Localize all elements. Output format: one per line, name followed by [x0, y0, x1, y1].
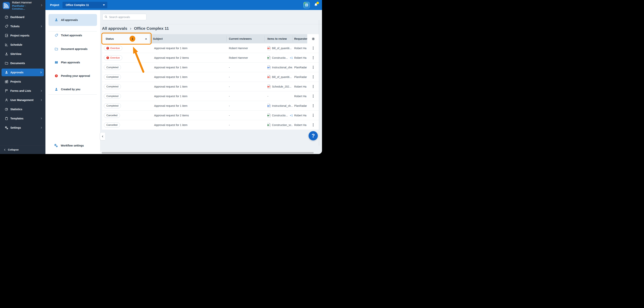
project-selector[interactable]: Office Complex 11	[62, 2, 107, 8]
item-file-name[interactable]: Instructional_sh...	[272, 104, 293, 107]
cell-subject: Approval request for 2 items	[150, 53, 226, 62]
cell-items-to-review: PDFSchedule_202...	[264, 82, 293, 91]
approvals-nav-all-approvals[interactable]: All approvals	[48, 14, 97, 26]
sidebar-item-project-reports[interactable]: Project reports	[0, 31, 46, 40]
table-row[interactable]: !OverdueApproval request for 2 itemsRobe…	[102, 53, 319, 63]
sidebar-item-siteview[interactable]: SiteView	[0, 49, 46, 59]
breadcrumb-all-approvals[interactable]: All approvals	[102, 26, 127, 31]
cell-requester: PlanRadar	[293, 101, 307, 110]
item-file-name[interactable]: Bill_of_quantiti...	[272, 47, 292, 50]
cell-current-reviewers: -	[226, 111, 264, 120]
cell-status: Completed	[102, 72, 150, 82]
approvals-nav-created-by-you[interactable]: Created by you	[48, 84, 97, 94]
cell-current-reviewers: -	[226, 101, 264, 110]
sidebar-item-documents[interactable]: Documents	[0, 59, 46, 68]
sidebar-item-label: Statistics	[10, 108, 22, 111]
table-row[interactable]: CancelledApproval request for 2 items-XC…	[102, 111, 319, 120]
cell-status: Cancelled	[102, 111, 150, 120]
chevron-down-icon	[103, 5, 105, 6]
column-header-requester[interactable]: Requester	[293, 34, 307, 43]
cell-subject: Approval request for 1 item	[150, 101, 226, 110]
svg-text:X: X	[268, 125, 268, 126]
sidebar-item-label: Forms and Lists	[10, 89, 31, 92]
column-header-items-to-review[interactable]: Items to review	[264, 34, 293, 43]
overdue-alert-icon: !	[106, 56, 109, 59]
row-menu-button[interactable]	[312, 65, 315, 70]
item-file-name[interactable]: Schedule_202...	[272, 85, 291, 88]
divider	[48, 31, 97, 32]
collapse-panel-handle[interactable]	[100, 132, 105, 140]
tag-icon	[4, 24, 8, 28]
table-row[interactable]: CancelledApproval request for 1 item-XCo…	[102, 120, 319, 130]
table-row[interactable]: CompletedApproval request for 1 item-PDF…	[102, 72, 319, 82]
horizontal-scrollbar-thumb[interactable]	[102, 152, 317, 153]
cell-actions	[307, 111, 319, 120]
column-header-subject[interactable]: Subject	[150, 34, 226, 43]
collapse-sidebar-button[interactable]: Collapse	[0, 145, 46, 154]
cell-status: Completed	[102, 101, 150, 110]
sidebar-item-label: Projects	[10, 80, 21, 83]
row-menu-button[interactable]	[312, 84, 315, 89]
column-header-current-reviewers[interactable]: Current reviewers	[226, 34, 264, 43]
row-menu-button[interactable]	[312, 74, 315, 80]
sidebar-item-settings[interactable]: Settings	[0, 123, 46, 132]
sidebar-item-statistics[interactable]: Statistics	[0, 105, 46, 114]
approvals-nav-plan-approvals[interactable]: Plan approvals	[48, 58, 97, 67]
row-menu-button[interactable]	[312, 55, 315, 61]
sidebar-item-dashboard[interactable]: Dashboard	[0, 13, 46, 22]
item-file-name[interactable]: Construction_sc...	[272, 123, 293, 126]
item-file-name[interactable]: Instructional_she...	[272, 66, 293, 69]
help-button[interactable]: ?	[308, 131, 318, 140]
horizontal-scrollbar	[100, 151, 319, 154]
more-items-link[interactable]: +1	[290, 114, 293, 117]
cell-current-reviewers: -	[226, 82, 264, 91]
cell-items-to-review: XConstruction_sc...	[264, 120, 293, 130]
table-row[interactable]: CompletedApproval request for 1 item-WIn…	[102, 101, 319, 111]
stamp-icon	[54, 18, 58, 22]
item-file-name[interactable]: Constructio...	[272, 114, 288, 117]
ai-assistant-button[interactable]	[304, 2, 310, 8]
table-row[interactable]: CompletedApproval request for 1 item-WIn…	[102, 63, 319, 72]
approvals-nav-ticket-approvals[interactable]: Ticket approvals	[48, 31, 97, 40]
row-menu-button[interactable]	[312, 93, 315, 99]
svg-text:PDF: PDF	[268, 77, 270, 78]
schedule-icon	[4, 43, 8, 47]
row-menu-button[interactable]	[312, 46, 315, 51]
search-box	[102, 14, 146, 20]
sidebar-item-templates[interactable]: Templates	[0, 114, 46, 123]
cell-subject: Approval request for 2 items	[150, 111, 226, 120]
row-menu-button[interactable]	[312, 122, 315, 128]
row-menu-button[interactable]	[312, 113, 315, 118]
search-input[interactable]	[102, 14, 146, 20]
notifications-button[interactable]	[313, 2, 319, 8]
row-menu-button[interactable]	[312, 103, 315, 108]
cell-current-reviewers: -	[226, 72, 264, 82]
table-row[interactable]: !OverdueApproval request for 1 itemRober…	[102, 43, 319, 53]
sidebar-item-projects[interactable]: Projects	[0, 77, 46, 86]
table-row[interactable]: CompletedApproval request for 1 item-PDF…	[102, 82, 319, 91]
account-switcher[interactable]: Robert Hammer PlanRadar - Construc...	[0, 0, 46, 11]
file-type-icon: X	[268, 56, 271, 60]
sidebar-item-forms-and-lists[interactable]: Forms and Lists	[0, 86, 46, 95]
cell-status: !Overdue	[102, 53, 150, 62]
sidebar-item-approvals[interactable]: Approvals	[2, 69, 44, 76]
approvals-nav-document-approvals[interactable]: Document approvals	[48, 44, 97, 54]
table-settings-gear-button[interactable]	[312, 37, 315, 41]
project-label: Project	[50, 4, 59, 7]
more-items-link[interactable]: +1	[290, 56, 293, 59]
sidebar-item-schedule[interactable]: Schedule	[0, 40, 46, 49]
sidebar-item-tickets[interactable]: Tickets	[0, 22, 46, 31]
status-badge: Completed	[104, 65, 121, 70]
svg-text:PDF: PDF	[268, 86, 270, 87]
sidebar-item-label: Documents	[10, 62, 25, 65]
sidebar-item-label: Templates	[10, 117, 24, 120]
table-row[interactable]: CompletedApproval request for 1 item--Ro…	[102, 91, 319, 101]
approvals-table: Status 1 Subject Current reviewers Items…	[102, 34, 319, 130]
column-header-status[interactable]: Status 1	[102, 34, 150, 43]
approvals-nav-label: Created by you	[61, 88, 80, 91]
workflow-settings-button[interactable]: Workflow settings	[48, 141, 97, 150]
approvals-nav-pending-your-approval[interactable]: Pending your approval	[48, 71, 97, 81]
item-file-name[interactable]: Bill_of_quantiti...	[272, 75, 292, 79]
sidebar-item-user-management[interactable]: User Management	[0, 95, 46, 105]
item-file-name[interactable]: Constructio...	[272, 56, 288, 59]
